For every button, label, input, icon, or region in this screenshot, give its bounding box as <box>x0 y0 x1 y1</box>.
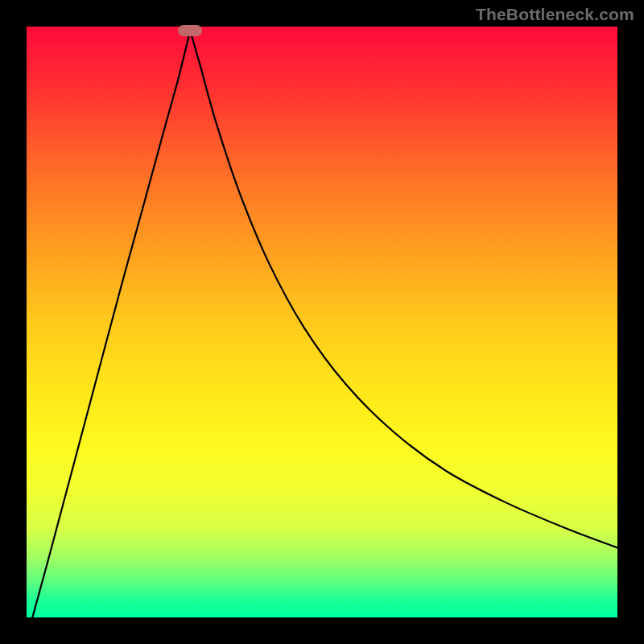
chart-curve-svg <box>27 27 617 617</box>
minimum-marker <box>178 25 202 36</box>
curve-left-branch <box>32 31 190 617</box>
chart-plot-area <box>27 27 617 617</box>
watermark-text: TheBottleneck.com <box>476 5 634 24</box>
chart-frame: TheBottleneck.com <box>0 0 644 644</box>
curve-right-branch <box>190 31 617 547</box>
